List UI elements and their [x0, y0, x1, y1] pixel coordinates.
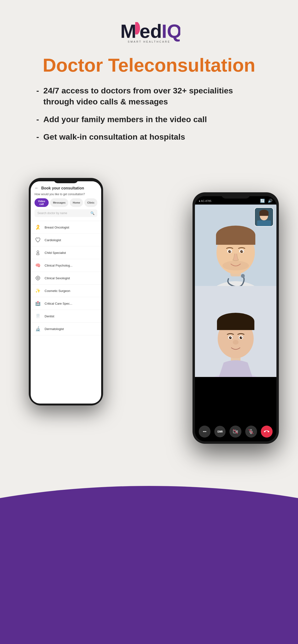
svg-point-19 [230, 250, 231, 252]
svg-rect-26 [259, 212, 268, 216]
mute-button[interactable] [245, 426, 257, 438]
list-item[interactable]: ✨ Cosmetic Surgeon [31, 284, 101, 297]
cardiologist-icon [34, 236, 42, 244]
list-item[interactable]: Clinical Sexologist [31, 272, 101, 284]
feature-item-3: - Get walk-in consultation at hospitals [37, 132, 262, 142]
phone-left-notch [54, 178, 78, 183]
feature-dash-1: - [37, 85, 39, 96]
svg-point-8 [37, 277, 39, 279]
svg-point-20 [242, 250, 243, 252]
dentist-icon: 🦷 [34, 312, 42, 320]
svg-text:ed: ed [140, 20, 162, 42]
svg-text:M: M [120, 20, 136, 42]
svg-point-7 [36, 276, 40, 280]
video-panel-bottom [195, 286, 276, 377]
critical-care-icon: 🏥 [34, 300, 42, 307]
tab-row: Video call Messages Home Clinic [35, 198, 97, 207]
list-item[interactable]: 🧠 Clinical Psycholog... [31, 259, 101, 272]
doctor-list: 🎗️ Breast Oncologist Cardiologist [31, 221, 101, 404]
tab-messages[interactable]: Messages [50, 198, 69, 207]
list-item[interactable]: 🦷 Dentist [31, 310, 101, 322]
svg-point-18 [240, 250, 243, 253]
phone-right: ● AC-8785 🔄 🔊 [192, 192, 279, 444]
consultation-question: How would you like to get consultation? [35, 192, 97, 196]
doctor-name: Clinical Psycholog... [45, 264, 72, 267]
breast-oncologist-icon: 🎗️ [34, 224, 42, 231]
end-call-button[interactable] [261, 426, 272, 438]
list-item[interactable]: 🎗️ Breast Oncologist [31, 221, 101, 234]
emr-button[interactable]: EMR [214, 426, 226, 437]
feature-item-2: - Add your family members in the video c… [37, 114, 262, 125]
doctor-name: Dentist [45, 314, 54, 318]
doctor-name: Dermatologist [45, 327, 64, 331]
tab-clinic[interactable]: Clinic [84, 198, 97, 207]
video-panel-top [195, 204, 276, 286]
feature-dash-3: - [37, 132, 39, 142]
svg-point-37 [240, 336, 242, 339]
doctor-video-bottom [195, 286, 276, 377]
feature-item-1: - 24/7 access to doctors from over 32+ s… [37, 85, 262, 107]
tab-home[interactable]: Home [70, 198, 83, 207]
svg-rect-33 [217, 322, 254, 330]
svg-point-6 [37, 251, 39, 253]
svg-point-21 [222, 261, 249, 270]
feature-text-1: 24/7 access to doctors from over 32+ spe… [43, 85, 262, 107]
doctor-name: Critical Care Spec... [45, 302, 72, 305]
main-heading: Doctor Teleconsultation [28, 55, 270, 76]
phone-header: ← Book your consultation How would you l… [31, 181, 101, 221]
search-bar[interactable]: Search doctor by name 🔍 [35, 209, 97, 217]
svg-point-40 [233, 340, 238, 345]
list-item[interactable]: Child Specialist [31, 246, 101, 259]
feature-dash-2: - [37, 114, 39, 124]
svg-point-38 [230, 337, 231, 338]
doctor-name: Cosmetic Surgeon [45, 289, 70, 293]
mediq-logo: M ed IQ SMART HEALTHCARE [118, 19, 180, 43]
svg-point-36 [229, 336, 232, 339]
feature-text-3: Get walk-in consultation at hospitals [43, 132, 185, 142]
phone-left-screen: ← Book your consultation How would you l… [31, 181, 101, 404]
svg-text:IQ: IQ [162, 20, 180, 42]
doctor-name: Clinical Sexologist [45, 276, 70, 280]
doctor-name: Child Specialist [45, 251, 66, 254]
list-item[interactable]: Cardiologist [31, 234, 101, 246]
svg-point-22 [241, 274, 245, 278]
svg-rect-14 [216, 235, 255, 245]
svg-rect-27 [257, 220, 271, 227]
call-id: ● AC-8785 [199, 200, 211, 202]
phone-right-screen: ● AC-8785 🔄 🔊 [195, 196, 276, 442]
phone-back-row: ← Book your consultation [35, 186, 97, 191]
doctor-name: Breast Oncologist [45, 226, 69, 229]
rotate-icon[interactable]: 🔄 [260, 198, 265, 203]
dermatologist-icon: 🔬 [34, 325, 42, 333]
svg-text:SMART HEALTHCARE: SMART HEALTHCARE [128, 40, 170, 43]
back-arrow-icon[interactable]: ← [35, 186, 39, 191]
more-options-button[interactable]: ••• [199, 426, 210, 438]
video-top-icons: 🔄 🔊 [260, 198, 272, 203]
phone-header-title: Book your consultation [41, 186, 84, 190]
child-specialist-icon [34, 249, 42, 256]
clinical-psychologist-icon: 🧠 [34, 262, 42, 269]
phones-section: ← Book your consultation How would you l… [0, 164, 298, 499]
phone-right-notch [221, 192, 250, 198]
video-pip [254, 208, 273, 226]
tab-video-call[interactable]: Video call [35, 198, 49, 207]
search-placeholder: Search doctor by name [37, 212, 90, 215]
list-item[interactable]: 🔬 Dermatologist [31, 322, 101, 335]
svg-point-39 [241, 337, 242, 338]
video-main [195, 204, 276, 422]
list-item[interactable]: 🏥 Critical Care Spec... [31, 297, 101, 310]
clinical-sexologist-icon [34, 274, 42, 282]
camera-toggle-button[interactable] [229, 426, 241, 438]
logo-section: M ed IQ SMART HEALTHCARE [118, 19, 180, 43]
phone-left: ← Book your consultation How would you l… [29, 178, 103, 406]
call-controls: ••• EMR [195, 422, 276, 442]
doctor-name: Cardiologist [45, 238, 61, 242]
features-list: - 24/7 access to doctors from over 32+ s… [17, 85, 281, 150]
search-icon: 🔍 [90, 211, 95, 215]
svg-point-17 [228, 250, 231, 253]
feature-text-2: Add your family members in the video cal… [43, 114, 207, 125]
volume-icon[interactable]: 🔊 [268, 198, 272, 203]
cosmetic-surgeon-icon: ✨ [34, 287, 42, 294]
pip-video [255, 208, 273, 226]
